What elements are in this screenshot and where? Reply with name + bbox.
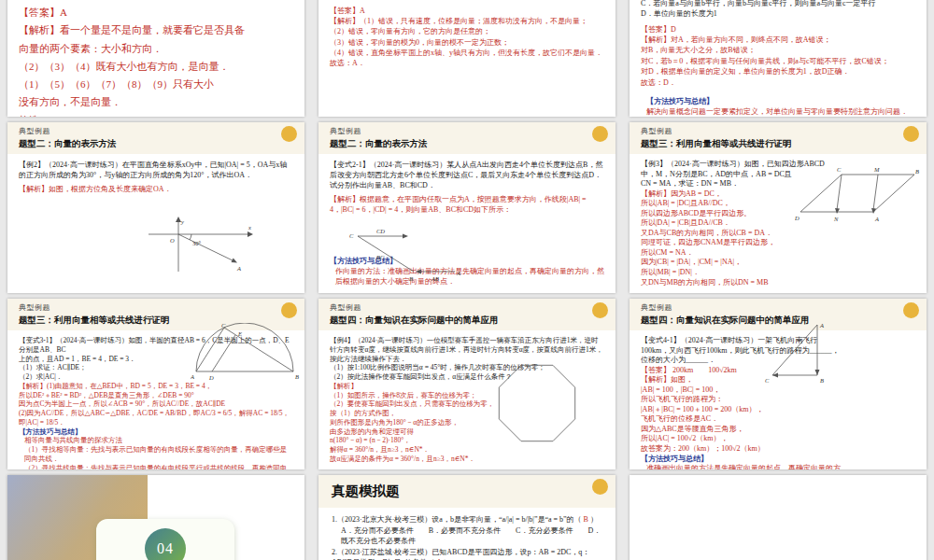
svg-text:A: A xyxy=(874,216,879,222)
exam-section-title: 真题模拟题 xyxy=(332,483,584,500)
text-line: 【解析】如图，根据方位角及长度来确定OA． xyxy=(19,184,293,194)
page-dot-icon xyxy=(592,479,608,495)
page-dot-icon xyxy=(592,302,608,318)
topic-title: 题型二：向量的表示方法 xyxy=(19,138,273,150)
slide-variant2-1[interactable]: 典型例题 题型二：向量的表示方法 【变式2-1】（2024·高一课时练习）某人从… xyxy=(318,122,616,293)
text-line: 【方法技巧与总结】 xyxy=(641,455,842,465)
text-line: 【例4】（2024·高一课时练习）一位模型赛车手遥控一辆赛车沿正东方向行进1米，… xyxy=(330,336,604,363)
slide-header: 典型例题 题型二：向量的表示方法 xyxy=(318,122,616,154)
text-line: 向量的两个要素：大小和方向． xyxy=(19,40,293,58)
slide-example4[interactable]: 典型例题 题型四：向量知识在实际问题中的简单应用 【例4】（2024·高一课时练… xyxy=(318,299,616,469)
svg-text:M: M xyxy=(873,166,880,173)
text-line: A．充分而不必要条件 B．必要而不充分条件 C．充分必要条件 D．既不充分也不必… xyxy=(332,525,602,547)
figure-vector-path: C CD BC B A AB xyxy=(345,227,485,283)
text-line: 所以飞机飞行的路程为： xyxy=(641,395,842,405)
text-line: 【解析】根据题意，在平面内任取一点为A，按照题意要求方向，作线段|AB| = 4… xyxy=(330,194,604,215)
text-line: |AB|＋|BC| = 100＋100 = 200（km）， xyxy=(641,405,842,415)
svg-text:AB: AB xyxy=(431,275,439,282)
text-line: 对D，根据单位向量的定义知，单位向量的长度为1，故D正确． xyxy=(641,66,915,77)
section-label: 典型例题 xyxy=(19,302,273,313)
text-line: 解得α = 360°/n，且n≥3，n∈N*． xyxy=(330,445,604,455)
slide-section-divider-04[interactable]: 04 xyxy=(7,475,304,560)
text-line: 【方法技巧与总结】 xyxy=(641,96,915,106)
page-dot-icon xyxy=(903,302,919,318)
section-label: 典型例题 xyxy=(19,126,273,136)
text-line: 没有方向，不是向量． xyxy=(19,93,293,111)
svg-text:E: E xyxy=(237,330,242,337)
text-line: 故选：D． xyxy=(641,77,915,88)
svg-text:BC: BC xyxy=(376,254,385,260)
text-line: 所以|AC| = 100√2（km）， xyxy=(641,434,842,444)
text-line: 因为△ABC是等腰直角三角形， xyxy=(641,425,842,435)
text-line xyxy=(641,88,915,96)
text-line: 【答案】A xyxy=(330,6,604,16)
svg-text:C: C xyxy=(349,232,354,239)
text-line: 所以CM = NA． xyxy=(641,248,837,259)
text-line: 飞机飞行的位移是AC． xyxy=(641,414,842,425)
slide-text: 【例2】（2024·高一课时练习）在平面直角坐标系xOy中，已知|OA| = 5… xyxy=(7,154,304,201)
figure-right-triangle: A B C xyxy=(763,319,838,388)
section-label: 典型例题 xyxy=(641,302,895,313)
text-line: （3）错误，零向量的模为0，向量的模不一定为正数； xyxy=(330,37,604,48)
text-line: 因为点C为半圆上一点，所以∠ACB = 90°，所以AC//DE，故AC∥DE xyxy=(19,399,293,409)
svg-text:B: B xyxy=(915,168,919,175)
slide-answer-q1[interactable]: 【答案】A【解析】看一个量是不是向量，就要看它是否具备向量的两个要素：大小和方向… xyxy=(7,0,304,117)
slide-answer-q2[interactable]: 【答案】A【解析】（1）错误，只有速度，位移是向量；温度和功没有方向，不是向量；… xyxy=(318,0,616,117)
text-line: 准确画出向量的方法是先确定向量的起点，再确定向量的方向． xyxy=(641,464,842,469)
svg-text:B: B xyxy=(295,373,299,380)
slide-variant4-1[interactable]: 典型例题 题型四：向量知识在实际问题中的简单应用 【变式4-1】（2024·高一… xyxy=(630,299,927,469)
slide-header: 真题模拟题 xyxy=(318,475,616,508)
text-line: 对C，若b＝0，根据零向量与任何向量共线，则a与c可能不平行，故C错误； xyxy=(641,56,915,66)
figure-octagon xyxy=(494,360,580,446)
svg-text:A: A xyxy=(819,322,824,329)
page-dot-icon xyxy=(903,126,919,142)
slide-blank[interactable] xyxy=(630,475,927,560)
svg-text:N: N xyxy=(833,216,839,222)
text-line: 【解析】(1)由题意知，在△BED中，BD = 5，DE = 3，BE = 4， xyxy=(19,382,293,391)
section-label: 典型例题 xyxy=(330,126,584,136)
text-line: 又DN与MB的方向相同，所以DN = MB xyxy=(641,278,837,288)
svg-text:x: x xyxy=(248,224,251,231)
text-line: 所以|MB| = |DN|． xyxy=(641,268,837,278)
slide-text: 【答案】A【解析】看一个量是不是向量，就要看它是否具备向量的两个要素：大小和方向… xyxy=(7,0,304,117)
section-number-badge: 04 xyxy=(145,528,186,560)
slide-example3[interactable]: 典型例题 题型三：利用向量相等或共线进行证明 【例3】（2024·高一课时练习）… xyxy=(630,122,927,293)
slide-header: 典型例题 题型四：向量知识在实际问题中的简单应用 xyxy=(318,299,616,330)
svg-text:C: C xyxy=(837,166,842,173)
text-line: 【答案】A xyxy=(19,4,293,21)
text-line: C．若向量a与向量b平行，向量b与向量c平行，则向量a与向量c一定平行 xyxy=(641,0,915,8)
text-line: 【解析】（1）错误，只有速度，位移是向量；温度和功没有方向，不是向量； xyxy=(330,16,604,26)
svg-text:A: A xyxy=(191,373,194,380)
svg-text:B: B xyxy=(409,275,413,282)
figure-axes-vector: y x O 30° A xyxy=(143,216,259,275)
svg-text:A: A xyxy=(236,265,241,272)
slide-exam-questions[interactable]: 真题模拟题 1.（2023·北京大兴·校考三模）设a，b是非零向量，“a/|a|… xyxy=(318,475,616,560)
slide-example2[interactable]: 典型例题 题型二：向量的表示方法 【例2】（2024·高一课时练习）在平面直角坐… xyxy=(7,122,304,293)
text-line: （2）错误，零向量有方向，它的方向是任意的； xyxy=(330,26,604,36)
svg-text:A: A xyxy=(456,270,460,276)
text-line: 1.（2023·北京大兴·校考三模）设a，b是非零向量，“a/|a| = b/|… xyxy=(332,514,602,525)
svg-text:C: C xyxy=(765,377,770,384)
slide-answer-q3-summary[interactable]: C．若向量a与向量b平行，向量b与向量c平行，则向量a与向量c一定平行D．单位向… xyxy=(630,0,927,117)
text-line: 因为|CB| = |DA|，|CM| = |NA|， xyxy=(641,258,837,268)
slide-text: C．若向量a与向量b平行，向量b与向量c平行，则向量a与向量c一定平行D．单位向… xyxy=(630,0,927,117)
topic-title: 题型四：向量知识在实际问题中的简单应用 xyxy=(330,315,584,327)
slide-variant3-1[interactable]: 典型例题 题型三：利用向量相等或共线进行证明 【变式3-1】（2024·高一课时… xyxy=(7,299,304,469)
page-dot-icon xyxy=(281,126,297,142)
text-line: 【变式2-1】（2024·高一课时练习）某人从点A出发向西走4个单位长度到达点B… xyxy=(330,160,604,191)
text-line: （1）（5）（6）（7）（8）（9）只有大小 xyxy=(19,76,293,93)
text-line: （4）错误，直角坐标平面上的x轴、y轴只有方向，但没有长度，故它们不是向量． xyxy=(330,48,604,58)
text-line: 所以DE²＋BE² = BD²，△DEB是直角三角形，∠DEB = 90° xyxy=(19,391,293,400)
svg-text:B: B xyxy=(820,377,824,384)
figure-semicircle: A D B C E xyxy=(191,323,301,381)
text-line: 【例2】（2024·高一课时练习）在平面直角坐标系xOy中，已知|OA| = 5… xyxy=(19,160,293,180)
svg-text:O: O xyxy=(170,237,175,244)
section-label: 典型例题 xyxy=(641,126,895,136)
text-line: 【方法技巧与总结】 xyxy=(19,427,293,437)
text-line: 【解析】看一个量是不是向量，就要看它是否具备 xyxy=(19,21,293,39)
divider-card: 04 xyxy=(96,519,234,560)
text-line: 【解析】对A，若向量方向不同，则终点不同，故A错误； xyxy=(641,35,915,45)
svg-text:D: D xyxy=(208,374,214,381)
text-line: （1）寻找相等向量：先找与表示已知向量的有向线段长度相等的向量，再确定哪些是同向… xyxy=(19,445,293,464)
text-line: 故答案为：200（km）；100√2（km） xyxy=(641,444,842,455)
